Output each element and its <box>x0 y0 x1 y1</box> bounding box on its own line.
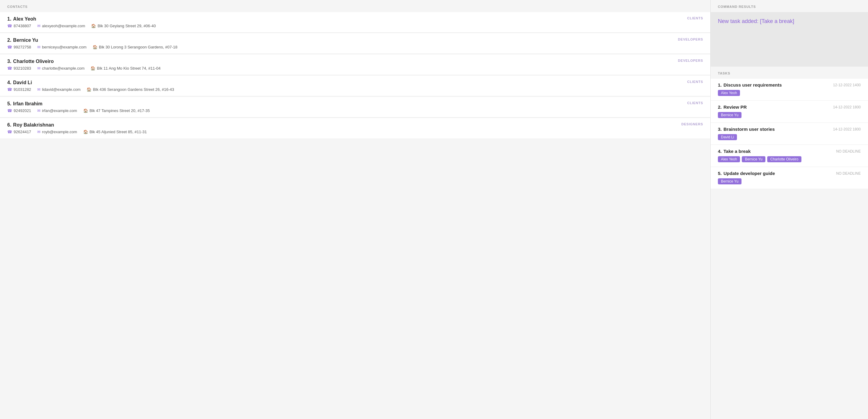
contact-tag: DEVELOPERS <box>678 37 703 41</box>
task-name: 5.Update developer guide <box>718 171 775 176</box>
contact-details: ☎ 99272758 ✉ berniceyu@example.com 🏠 Blk… <box>7 45 703 49</box>
contact-item: DEVELOPERS 2.Bernice Yu ☎ 99272758 ✉ ber… <box>0 33 710 54</box>
address-icon: 🏠 <box>91 24 96 28</box>
phone-icon: ☎ <box>7 45 12 49</box>
task-tag: Bernice Yu <box>718 178 742 184</box>
tasks-list: 1.Discuss user requirements 12-12-2022 1… <box>711 79 868 189</box>
address-icon: 🏠 <box>93 45 97 49</box>
task-tag: Alex Yeoh <box>718 156 740 162</box>
contact-phone: ☎ 92492021 <box>7 109 31 113</box>
contact-email: ✉ royb@example.com <box>37 129 77 134</box>
task-name: 3.Brainstorm user stories <box>718 126 775 132</box>
task-top: 4.Take a break NO DEADLINE <box>718 149 861 154</box>
contact-phone: ☎ 92624417 <box>7 129 31 134</box>
task-top: 1.Discuss user requirements 12-12-2022 1… <box>718 82 861 88</box>
contact-tag: CLIENTS <box>687 101 703 105</box>
contact-name: 5.Irfan Ibrahim <box>7 101 703 107</box>
contact-email: ✉ lidavid@example.com <box>37 87 81 92</box>
contact-tag: DEVELOPERS <box>678 59 703 62</box>
contact-item: DEVELOPERS 3.Charlotte Oliveiro ☎ 932102… <box>0 55 710 75</box>
contact-item: CLIENTS 1.Alex Yeoh ☎ 87438807 ✉ alexyeo… <box>0 12 710 33</box>
contact-details: ☎ 92492021 ✉ irfan@example.com 🏠 Blk 47 … <box>7 109 703 113</box>
task-item: 3.Brainstorm user stories 14-12-2022 180… <box>711 123 868 144</box>
task-deadline: 14-12-2022 1800 <box>833 104 861 109</box>
contact-address: 🏠 Blk 30 Lorong 3 Serangoon Gardens, #07… <box>93 45 177 49</box>
email-icon: ✉ <box>37 66 40 70</box>
task-tag: David Li <box>718 134 737 140</box>
task-name: 4.Take a break <box>718 149 751 154</box>
contact-details: ☎ 93210283 ✉ charlotte@example.com 🏠 Blk… <box>7 66 703 70</box>
address-icon: 🏠 <box>83 129 88 134</box>
tasks-section: TASKS 1.Discuss user requirements 12-12-… <box>711 67 868 414</box>
email-icon: ✉ <box>37 129 40 134</box>
email-icon: ✉ <box>37 24 40 28</box>
command-results-header: COMMAND RESULTS <box>711 5 868 12</box>
contact-phone: ☎ 99272758 <box>7 45 31 49</box>
phone-icon: ☎ <box>7 24 12 28</box>
task-item: 4.Take a break NO DEADLINE Alex YeohBern… <box>711 145 868 167</box>
contact-name: 4.David Li <box>7 80 703 85</box>
contact-address: 🏠 Blk 47 Tampines Street 20, #17-35 <box>83 109 150 113</box>
task-tags: David Li <box>718 134 861 140</box>
email-icon: ✉ <box>37 109 40 113</box>
task-top: 5.Update developer guide NO DEADLINE <box>718 171 861 176</box>
contact-email: ✉ berniceyu@example.com <box>37 45 87 49</box>
phone-icon: ☎ <box>7 87 12 92</box>
contact-address: 🏠 Blk 436 Serangoon Gardens Street 26, #… <box>87 87 174 92</box>
phone-icon: ☎ <box>7 109 12 113</box>
contact-name: 1.Alex Yeoh <box>7 16 703 22</box>
contact-details: ☎ 91031282 ✉ lidavid@example.com 🏠 Blk 4… <box>7 87 703 92</box>
task-item: 5.Update developer guide NO DEADLINE Ber… <box>711 167 868 189</box>
phone-icon: ☎ <box>7 66 12 70</box>
phone-icon: ☎ <box>7 129 12 134</box>
contact-address: 🏠 Blk 45 Aljunied Street 85, #11-31 <box>83 129 147 134</box>
contact-name: 2.Bernice Yu <box>7 37 703 43</box>
contact-item: CLIENTS 5.Irfan Ibrahim ☎ 92492021 ✉ irf… <box>0 97 710 117</box>
task-tag: Charlotte Oliveiro <box>767 156 801 162</box>
contact-item: DESIGNERS 6.Roy Balakrishnan ☎ 92624417 … <box>0 118 710 138</box>
contacts-header: CONTACTS <box>0 5 710 12</box>
contact-details: ☎ 92624417 ✉ royb@example.com 🏠 Blk 45 A… <box>7 129 703 134</box>
contact-email: ✉ irfan@example.com <box>37 109 77 113</box>
address-icon: 🏠 <box>83 109 88 113</box>
email-icon: ✉ <box>37 87 40 92</box>
task-tags: Alex YeohBernice YuCharlotte Oliveiro <box>718 156 861 162</box>
task-tags: Bernice Yu <box>718 178 861 184</box>
contact-tag: CLIENTS <box>687 16 703 20</box>
contact-name: 3.Charlotte Oliveiro <box>7 59 703 64</box>
contacts-panel: CONTACTS CLIENTS 1.Alex Yeoh ☎ 87438807 … <box>0 0 711 419</box>
email-icon: ✉ <box>37 45 40 49</box>
contact-email: ✉ charlotte@example.com <box>37 66 85 70</box>
address-icon: 🏠 <box>87 87 91 92</box>
contact-address: 🏠 Blk 30 Geylang Street 29, #06-40 <box>91 24 156 28</box>
task-tags: Alex Yeoh <box>718 90 861 96</box>
address-icon: 🏠 <box>91 66 95 70</box>
task-name: 2.Review PR <box>718 104 747 110</box>
command-result-text: New task added: [Take a break] <box>718 18 861 25</box>
task-deadline: NO DEADLINE <box>836 149 861 153</box>
contact-email: ✉ alexyeoh@example.com <box>37 24 85 28</box>
contact-tag: DESIGNERS <box>681 122 703 126</box>
task-deadline: 14-12-2022 1800 <box>833 126 861 131</box>
task-deadline: 12-12-2022 1400 <box>833 82 861 87</box>
contact-address: 🏠 Blk 11 Ang Mo Kio Street 74, #11-04 <box>91 66 160 70</box>
task-top: 3.Brainstorm user stories 14-12-2022 180… <box>718 126 861 132</box>
contacts-list: CLIENTS 1.Alex Yeoh ☎ 87438807 ✉ alexyeo… <box>0 12 710 138</box>
contact-phone: ☎ 87438807 <box>7 24 31 28</box>
task-tag: Bernice Yu <box>742 156 766 162</box>
task-tag: Bernice Yu <box>718 112 742 118</box>
tasks-header: TASKS <box>711 71 868 79</box>
contact-phone: ☎ 93210283 <box>7 66 31 70</box>
task-top: 2.Review PR 14-12-2022 1800 <box>718 104 861 110</box>
contact-phone: ☎ 91031282 <box>7 87 31 92</box>
right-panel: COMMAND RESULTS New task added: [Take a … <box>711 0 868 419</box>
command-results-box: New task added: [Take a break] <box>711 12 868 67</box>
contact-item: CLIENTS 4.David Li ☎ 91031282 ✉ lidavid@… <box>0 76 710 96</box>
task-tag: Alex Yeoh <box>718 90 740 96</box>
task-name: 1.Discuss user requirements <box>718 82 782 88</box>
contact-tag: CLIENTS <box>687 80 703 84</box>
task-tags: Bernice Yu <box>718 112 861 118</box>
task-item: 2.Review PR 14-12-2022 1800 Bernice Yu <box>711 101 868 122</box>
task-deadline: NO DEADLINE <box>836 171 861 176</box>
task-item: 1.Discuss user requirements 12-12-2022 1… <box>711 79 868 100</box>
